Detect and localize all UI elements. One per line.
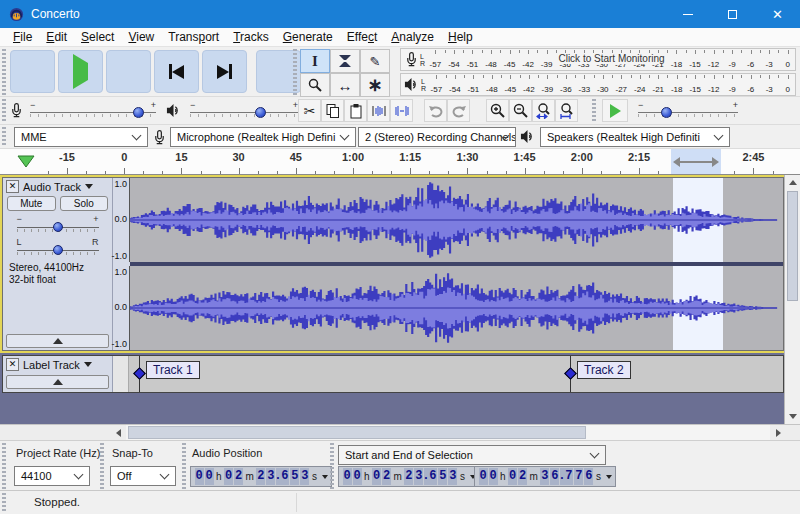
menu-effect[interactable]: Effect xyxy=(340,30,384,44)
paste-button[interactable] xyxy=(344,99,367,122)
vertical-scroll-thumb[interactable] xyxy=(787,191,798,301)
selection-end-field[interactable]: 00h02m36.776s xyxy=(474,466,616,487)
timeline-ruler[interactable]: -1501530451:001:151:301:452:002:152:302:… xyxy=(0,149,800,175)
horizontal-scrollbar[interactable] xyxy=(126,425,770,440)
label-area[interactable]: Track 1Track 2 xyxy=(129,356,783,392)
play-at-speed-button[interactable] xyxy=(602,99,628,122)
project-rate-select[interactable]: 44100 xyxy=(14,466,90,486)
toolbar-grip[interactable] xyxy=(293,49,297,95)
silence-audio-button[interactable] xyxy=(390,99,413,122)
close-button[interactable]: ✕ xyxy=(755,0,800,28)
menu-edit[interactable]: Edit xyxy=(39,30,74,44)
trim-audio-button[interactable] xyxy=(367,99,390,122)
redo-button[interactable] xyxy=(447,99,470,122)
waveform-area[interactable] xyxy=(130,178,783,350)
maximize-button[interactable] xyxy=(710,0,755,28)
recording-meter[interactable]: LR Click to Start Monitoring -57-54-51-4… xyxy=(400,48,796,71)
zoom-tool-button[interactable] xyxy=(300,73,330,97)
time-format-caret-icon[interactable] xyxy=(606,475,612,479)
track-name[interactable]: Audio Track xyxy=(23,181,81,193)
copy-button[interactable] xyxy=(321,99,344,122)
menu-analyze[interactable]: Analyze xyxy=(384,30,441,44)
recording-volume-slider[interactable]: −+ xyxy=(28,101,158,121)
collapse-track-button[interactable] xyxy=(6,375,109,389)
recording-device-select[interactable]: Microphone (Realtek High Defini xyxy=(170,127,356,147)
menu-generate[interactable]: Generate xyxy=(276,30,340,44)
draw-tool-button[interactable]: ✎ xyxy=(360,49,390,73)
label-marker[interactable] xyxy=(133,367,146,380)
undo-button[interactable] xyxy=(424,99,447,122)
waveform-channel-right[interactable] xyxy=(130,266,783,350)
playback-volume-thumb[interactable] xyxy=(255,107,266,118)
menu-view[interactable]: View xyxy=(121,30,161,44)
mute-button[interactable]: Mute xyxy=(7,196,56,211)
zoom-out-button[interactable] xyxy=(509,99,532,122)
cut-button[interactable]: ✂ xyxy=(298,99,321,122)
close-track-button[interactable]: ✕ xyxy=(6,180,19,193)
play-button[interactable] xyxy=(58,50,103,93)
play-speed-slider[interactable]: −+ xyxy=(636,101,740,121)
selection-start-field[interactable]: 00h02m23.653s xyxy=(338,466,480,487)
menu-file[interactable]: File xyxy=(6,30,39,44)
skip-to-end-button[interactable] xyxy=(202,50,247,93)
monitoring-hint[interactable]: Click to Start Monitoring xyxy=(555,53,667,64)
snap-to-select[interactable]: Off xyxy=(110,466,176,486)
track-name[interactable]: Label Track xyxy=(23,359,80,371)
timeline-selection[interactable] xyxy=(671,149,721,174)
toolbar-grip[interactable] xyxy=(2,127,6,147)
playback-device-select[interactable]: Speakers (Realtek High Definiti xyxy=(540,127,730,147)
toolbar-grip[interactable] xyxy=(2,443,6,489)
toolbar-grip[interactable] xyxy=(182,443,186,489)
collapse-track-button[interactable] xyxy=(6,334,109,348)
minimize-button[interactable] xyxy=(665,0,710,28)
gain-slider-thumb[interactable] xyxy=(53,222,63,232)
audio-host-select[interactable]: MME xyxy=(14,127,148,147)
menu-help[interactable]: Help xyxy=(441,30,480,44)
pause-button[interactable] xyxy=(10,50,55,93)
toolbar-grip[interactable] xyxy=(2,99,6,123)
selection-mode-select[interactable]: Start and End of Selection xyxy=(338,445,606,465)
label-marker[interactable] xyxy=(564,367,577,380)
gain-slider[interactable]: − + xyxy=(14,215,102,235)
scroll-up-button[interactable] xyxy=(785,175,800,189)
skip-to-start-button[interactable] xyxy=(154,50,199,93)
fit-project-button[interactable] xyxy=(555,99,578,122)
menu-transport[interactable]: Transport xyxy=(161,30,226,44)
playback-meter[interactable]: LR -57-54-51-48-45-42-39-36-33-30-27-24-… xyxy=(400,73,796,96)
horizontal-scroll-thumb[interactable] xyxy=(128,426,586,439)
envelope-tool-button[interactable] xyxy=(330,49,360,73)
selection-tool-button[interactable]: I xyxy=(300,49,330,73)
toolbar-grip[interactable] xyxy=(330,443,334,489)
toolbar-grip[interactable] xyxy=(2,493,6,513)
track-menu-arrow-icon[interactable] xyxy=(85,184,93,189)
timeline-pin-button[interactable] xyxy=(17,155,35,168)
vertical-scrollbar[interactable] xyxy=(784,175,800,424)
label-chip[interactable]: Track 2 xyxy=(577,361,631,379)
audio-position-field[interactable]: 00h02m23.653s xyxy=(190,466,332,487)
toolbar-grip[interactable] xyxy=(2,49,6,95)
label-track[interactable]: ✕ Label Track Track 1Track 2 xyxy=(2,355,784,393)
zoom-in-button[interactable] xyxy=(486,99,509,122)
recording-channels-select[interactable]: 2 (Stereo) Recording Channels xyxy=(358,127,516,147)
solo-button[interactable]: Solo xyxy=(60,196,109,211)
multi-tool-button[interactable]: ∗ xyxy=(360,73,390,97)
close-track-button[interactable]: ✕ xyxy=(6,358,19,371)
toolbar-grip[interactable] xyxy=(100,443,104,489)
vertical-ruler[interactable]: 1.00.0-1.01.00.0-1.0 xyxy=(113,178,130,350)
fit-selection-button[interactable] xyxy=(532,99,555,122)
stop-button[interactable] xyxy=(106,50,151,93)
playback-volume-slider[interactable]: −+ xyxy=(188,101,300,121)
pan-slider-thumb[interactable] xyxy=(53,245,63,255)
track-menu-arrow-icon[interactable] xyxy=(84,362,92,367)
scroll-right-button[interactable] xyxy=(770,425,786,440)
arrow-down-icon[interactable] xyxy=(789,414,797,419)
recording-volume-thumb[interactable] xyxy=(133,107,144,118)
menu-tracks[interactable]: Tracks xyxy=(226,30,276,44)
toolbar-grip[interactable] xyxy=(592,99,596,123)
audio-track[interactable]: ✕ Audio Track Mute Solo − + L R xyxy=(2,177,784,351)
pan-slider[interactable]: L R xyxy=(14,238,102,258)
scroll-left-button[interactable] xyxy=(110,425,126,440)
time-format-caret-icon[interactable] xyxy=(322,475,328,479)
menu-select[interactable]: Select xyxy=(74,30,121,44)
waveform-channel-left[interactable] xyxy=(130,178,783,262)
